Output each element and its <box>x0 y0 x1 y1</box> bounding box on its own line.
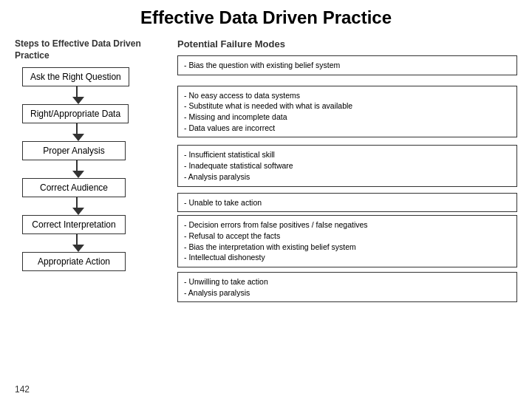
step-6-wrapper: Appropriate Action <box>15 252 163 271</box>
step-3-wrapper: Proper Analysis <box>15 141 163 178</box>
page-title: Effective Data Driven Practice <box>15 7 517 28</box>
step-correct-audience: Correct Audience <box>22 178 126 197</box>
step-1-wrapper: Ask the Right Question <box>15 67 163 104</box>
arrow-line-1 <box>76 86 78 97</box>
step-right-appropriate-data: Right/Appropriate Data <box>22 104 129 123</box>
failures-column: Potential Failure Modes - Bias the quest… <box>177 38 517 302</box>
failure-4: - Unable to take action <box>177 193 517 213</box>
arrow-line-4 <box>76 197 78 208</box>
step-ask-right-question: Ask the Right Question <box>22 67 129 86</box>
main-columns: Steps to Effective Data Driven Practice … <box>15 38 517 302</box>
arrow-down-1 <box>72 97 84 104</box>
arrow-down-5 <box>72 245 84 252</box>
step-5-wrapper: Correct Interpretation <box>15 215 163 252</box>
step-correct-interpretation: Correct Interpretation <box>22 215 126 234</box>
arrow-down-2 <box>72 134 84 141</box>
arrow-down-4 <box>72 208 84 215</box>
arrow-line-2 <box>76 123 78 134</box>
step-appropriate-action: Appropriate Action <box>22 252 126 271</box>
failure-6: - Unwilling to take action - Analysis pa… <box>177 272 517 302</box>
failures-header: Potential Failure Modes <box>177 38 517 50</box>
arrow-line-3 <box>76 160 78 171</box>
failure-5: - Decision errors from false positives /… <box>177 215 517 267</box>
steps-header: Steps to Effective Data Driven Practice <box>15 38 163 61</box>
step-proper-analysis: Proper Analysis <box>22 141 126 160</box>
page-number: 142 <box>15 384 30 395</box>
steps-column: Steps to Effective Data Driven Practice … <box>15 38 163 271</box>
step-4-wrapper: Correct Audience <box>15 178 163 215</box>
page: Effective Data Driven Practice Steps to … <box>0 0 532 399</box>
arrow-down-3 <box>72 171 84 178</box>
step-2-wrapper: Right/Appropriate Data <box>15 104 163 141</box>
failure-1: - Bias the question with existing belief… <box>177 55 517 75</box>
failure-3: - Insufficient statistical skill - Inade… <box>177 145 517 186</box>
failure-2: - No easy access to data systems - Subst… <box>177 86 517 138</box>
arrow-line-5 <box>76 234 78 245</box>
